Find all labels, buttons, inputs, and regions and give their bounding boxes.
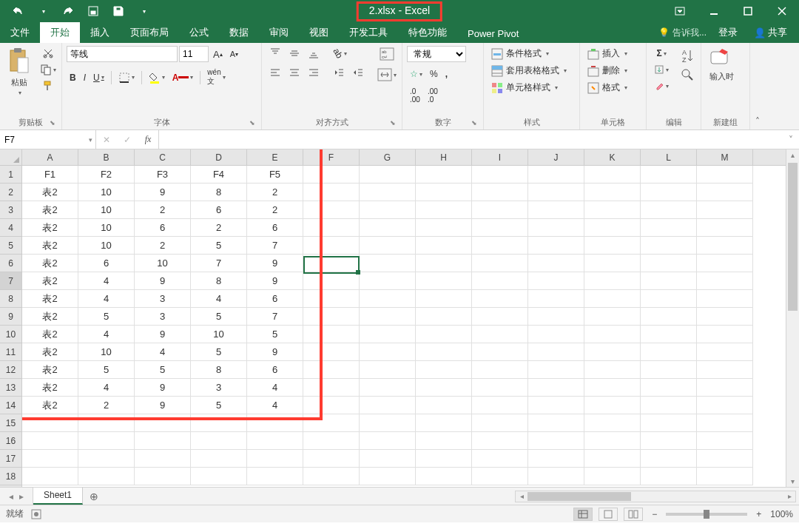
cell-J9[interactable]	[528, 308, 584, 326]
cell-E16[interactable]	[247, 432, 303, 450]
cell-L11[interactable]	[641, 343, 697, 361]
cell-L5[interactable]	[641, 237, 697, 255]
cell-I17[interactable]	[472, 450, 528, 468]
cell-F1[interactable]	[303, 166, 360, 183]
cell-A13[interactable]: 表2	[22, 379, 78, 397]
cell-F12[interactable]	[303, 361, 360, 379]
cell-F7[interactable]	[303, 272, 360, 290]
cell-G16[interactable]	[360, 432, 416, 450]
cell-D5[interactable]: 5	[191, 237, 247, 255]
collapse-ribbon-button[interactable]: ˄	[750, 43, 765, 129]
cell-B12[interactable]: 5	[78, 361, 135, 379]
cell-D8[interactable]: 4	[191, 290, 247, 308]
cell-F15[interactable]	[303, 414, 360, 432]
cell-C10[interactable]: 9	[135, 326, 191, 343]
cell-D18[interactable]	[191, 468, 247, 485]
name-box-input[interactable]	[4, 135, 91, 145]
cell-M2[interactable]	[697, 183, 753, 201]
clear-button[interactable]: ▾	[651, 78, 672, 93]
column-header-B[interactable]: B	[78, 149, 135, 165]
zoom-out-button[interactable]: −	[649, 507, 660, 522]
tab-insert[interactable]: 插入	[80, 22, 120, 43]
column-header-E[interactable]: E	[247, 149, 303, 165]
cell-K10[interactable]	[584, 326, 641, 343]
tab-file[interactable]: 文件	[0, 22, 40, 43]
cell-A4[interactable]: 表2	[22, 219, 78, 237]
cell-B7[interactable]: 4	[78, 272, 135, 290]
zoom-level[interactable]: 100%	[770, 509, 793, 519]
cell-J5[interactable]	[528, 237, 584, 255]
cell-A18[interactable]	[22, 468, 78, 485]
cell-H8[interactable]	[416, 290, 472, 308]
cell-G1[interactable]	[360, 166, 416, 183]
formula-input[interactable]	[159, 130, 783, 149]
login-button[interactable]: 登录	[711, 22, 745, 43]
cell-A6[interactable]: 表2	[22, 255, 78, 272]
cell-A10[interactable]: 表2	[22, 326, 78, 343]
cell-L4[interactable]	[641, 219, 697, 237]
row-header-6[interactable]: 6	[0, 255, 21, 272]
cell-K9[interactable]	[584, 308, 641, 326]
cell-K11[interactable]	[584, 343, 641, 361]
number-dialog-launcher[interactable]: ⬊	[471, 119, 477, 127]
cell-I16[interactable]	[472, 432, 528, 450]
row-header-12[interactable]: 12	[0, 361, 21, 379]
cell-A16[interactable]	[22, 432, 78, 450]
redo-button[interactable]	[58, 1, 78, 21]
percent-button[interactable]: %	[427, 67, 441, 81]
cell-A17[interactable]	[22, 450, 78, 468]
cell-J2[interactable]	[528, 183, 584, 201]
cell-H10[interactable]	[416, 326, 472, 343]
cell-K7[interactable]	[584, 272, 641, 290]
cell-styles-button[interactable]: 单元格样式▾	[488, 80, 561, 95]
tab-review[interactable]: 审阅	[259, 22, 299, 43]
cell-C2[interactable]: 9	[135, 183, 191, 201]
cell-H11[interactable]	[416, 343, 472, 361]
cell-H13[interactable]	[416, 379, 472, 397]
close-button[interactable]	[765, 0, 799, 22]
align-left-button[interactable]	[266, 65, 284, 80]
cell-B13[interactable]: 4	[78, 379, 135, 397]
column-header-F[interactable]: F	[303, 149, 360, 165]
cell-M11[interactable]	[697, 343, 753, 361]
cell-J15[interactable]	[528, 414, 584, 432]
undo-button[interactable]	[7, 1, 28, 21]
tab-pagelayout[interactable]: 页面布局	[120, 22, 179, 43]
cell-G5[interactable]	[360, 237, 416, 255]
cell-E6[interactable]: 9	[247, 255, 303, 272]
clipboard-dialog-launcher[interactable]: ⬊	[50, 119, 55, 127]
cell-E3[interactable]: 2	[247, 201, 303, 219]
cell-D7[interactable]: 8	[191, 272, 247, 290]
cell-F17[interactable]	[303, 450, 360, 468]
cell-J17[interactable]	[528, 450, 584, 468]
view-pagelayout-button[interactable]	[599, 508, 618, 521]
cell-F11[interactable]	[303, 343, 360, 361]
cell-B2[interactable]: 10	[78, 183, 135, 201]
cell-C3[interactable]: 2	[135, 201, 191, 219]
cell-A14[interactable]: 表2	[22, 397, 78, 414]
border-button[interactable]: ▾	[115, 70, 138, 85]
cell-A2[interactable]: 表2	[22, 183, 78, 201]
cell-M16[interactable]	[697, 432, 753, 450]
cell-C11[interactable]: 4	[135, 343, 191, 361]
cell-C6[interactable]: 10	[135, 255, 191, 272]
cell-G14[interactable]	[360, 397, 416, 414]
cell-K6[interactable]	[584, 255, 641, 272]
row-header-2[interactable]: 2	[0, 183, 21, 201]
column-header-I[interactable]: I	[472, 149, 528, 165]
bold-button[interactable]: B	[67, 70, 79, 85]
name-box[interactable]: ▾	[0, 130, 96, 149]
merge-center-button[interactable]: ▾	[374, 67, 400, 83]
cell-E4[interactable]: 6	[247, 219, 303, 237]
align-dialog-launcher[interactable]: ⬊	[390, 119, 396, 127]
sheet-nav[interactable]: ◂▸	[0, 488, 33, 505]
cell-H15[interactable]	[416, 414, 472, 432]
cell-B5[interactable]: 10	[78, 237, 135, 255]
format-cells-button[interactable]: 格式▾	[584, 80, 630, 95]
row-header-1[interactable]: 1	[0, 166, 21, 183]
cell-J11[interactable]	[528, 343, 584, 361]
cell-J10[interactable]	[528, 326, 584, 343]
zoom-in-button[interactable]: +	[753, 507, 764, 522]
cell-G4[interactable]	[360, 219, 416, 237]
undo-dropdown[interactable]: ▾	[33, 1, 53, 21]
